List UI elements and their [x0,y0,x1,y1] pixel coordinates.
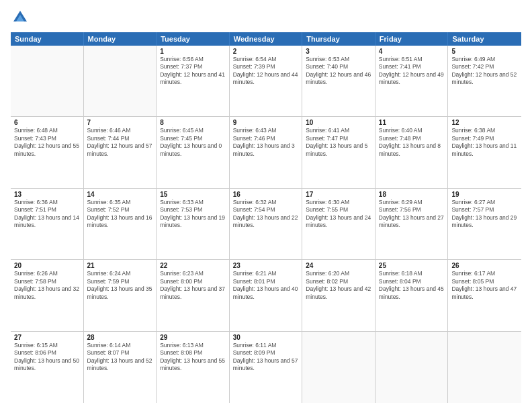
day-number: 20 [14,262,80,269]
day-info: Sunrise: 6:11 AM Sunset: 8:09 PM Dayligh… [233,342,299,373]
calendar-row: 27Sunrise: 6:15 AM Sunset: 8:06 PM Dayli… [11,332,521,403]
day-number: 14 [87,191,153,198]
day-info: Sunrise: 6:21 AM Sunset: 8:01 PM Dayligh… [233,270,299,301]
day-number: 1 [160,48,226,55]
day-info: Sunrise: 6:26 AM Sunset: 7:58 PM Dayligh… [14,270,80,301]
calendar-cell: 20Sunrise: 6:26 AM Sunset: 7:58 PM Dayli… [11,260,84,330]
day-number: 11 [379,119,445,126]
day-info: Sunrise: 6:33 AM Sunset: 7:53 PM Dayligh… [160,199,226,230]
day-info: Sunrise: 6:49 AM Sunset: 7:42 PM Dayligh… [451,56,518,87]
calendar-header-cell: Tuesday [157,32,230,46]
day-info: Sunrise: 6:29 AM Sunset: 7:56 PM Dayligh… [379,199,445,230]
day-info: Sunrise: 6:48 AM Sunset: 7:43 PM Dayligh… [14,127,80,158]
calendar-row: 1Sunrise: 6:56 AM Sunset: 7:37 PM Daylig… [11,46,521,117]
calendar-cell: 22Sunrise: 6:23 AM Sunset: 8:00 PM Dayli… [157,260,230,330]
calendar-cell: 29Sunrise: 6:13 AM Sunset: 8:08 PM Dayli… [157,332,230,403]
calendar: SundayMondayTuesdayWednesdayThursdayFrid… [11,32,521,403]
day-info: Sunrise: 6:32 AM Sunset: 7:54 PM Dayligh… [233,199,299,230]
day-number: 12 [451,119,518,126]
calendar-header-cell: Saturday [448,32,521,46]
day-number: 24 [306,262,371,269]
calendar-cell: 24Sunrise: 6:20 AM Sunset: 8:02 PM Dayli… [302,260,375,330]
day-number: 17 [306,191,371,198]
calendar-cell: 6Sunrise: 6:48 AM Sunset: 7:43 PM Daylig… [11,117,84,187]
day-info: Sunrise: 6:53 AM Sunset: 7:40 PM Dayligh… [306,56,371,87]
day-number: 18 [379,191,445,198]
day-info: Sunrise: 6:17 AM Sunset: 8:05 PM Dayligh… [451,270,518,301]
day-number: 2 [233,48,299,55]
logo [11,8,32,27]
calendar-cell [84,46,157,116]
day-info: Sunrise: 6:14 AM Sunset: 8:07 PM Dayligh… [87,342,153,373]
calendar-cell: 28Sunrise: 6:14 AM Sunset: 8:07 PM Dayli… [84,332,157,403]
day-info: Sunrise: 6:18 AM Sunset: 8:04 PM Dayligh… [379,270,445,301]
logo-icon [11,8,30,27]
calendar-cell [302,332,375,403]
calendar-header-cell: Wednesday [230,32,303,46]
day-info: Sunrise: 6:56 AM Sunset: 7:37 PM Dayligh… [160,56,226,87]
day-number: 19 [451,191,518,198]
calendar-header-cell: Sunday [11,32,84,46]
calendar-cell: 1Sunrise: 6:56 AM Sunset: 7:37 PM Daylig… [157,46,230,116]
calendar-row: 20Sunrise: 6:26 AM Sunset: 7:58 PM Dayli… [11,260,521,331]
day-number: 16 [233,191,299,198]
calendar-cell [448,332,521,403]
day-number: 5 [451,48,518,55]
calendar-cell: 11Sunrise: 6:40 AM Sunset: 7:48 PM Dayli… [375,117,449,187]
calendar-cell: 14Sunrise: 6:35 AM Sunset: 7:52 PM Dayli… [84,189,157,259]
day-number: 22 [160,262,226,269]
calendar-cell: 4Sunrise: 6:51 AM Sunset: 7:41 PM Daylig… [375,46,449,116]
day-info: Sunrise: 6:54 AM Sunset: 7:39 PM Dayligh… [233,56,299,87]
calendar-cell: 9Sunrise: 6:43 AM Sunset: 7:46 PM Daylig… [230,117,303,187]
day-number: 9 [233,119,299,126]
day-number: 10 [306,119,371,126]
calendar-header: SundayMondayTuesdayWednesdayThursdayFrid… [11,32,521,46]
day-info: Sunrise: 6:35 AM Sunset: 7:52 PM Dayligh… [87,199,153,230]
day-number: 30 [233,334,299,341]
day-number: 21 [87,262,153,269]
day-info: Sunrise: 6:38 AM Sunset: 7:49 PM Dayligh… [451,127,518,158]
day-info: Sunrise: 6:24 AM Sunset: 7:59 PM Dayligh… [87,270,153,301]
day-info: Sunrise: 6:13 AM Sunset: 8:08 PM Dayligh… [160,342,226,373]
calendar-cell: 21Sunrise: 6:24 AM Sunset: 7:59 PM Dayli… [84,260,157,330]
calendar-cell: 25Sunrise: 6:18 AM Sunset: 8:04 PM Dayli… [375,260,449,330]
calendar-cell: 18Sunrise: 6:29 AM Sunset: 7:56 PM Dayli… [375,189,449,259]
calendar-cell: 2Sunrise: 6:54 AM Sunset: 7:39 PM Daylig… [230,46,303,116]
day-info: Sunrise: 6:23 AM Sunset: 8:00 PM Dayligh… [160,270,226,301]
calendar-cell: 26Sunrise: 6:17 AM Sunset: 8:05 PM Dayli… [448,260,521,330]
calendar-row: 13Sunrise: 6:36 AM Sunset: 7:51 PM Dayli… [11,189,521,260]
calendar-cell: 7Sunrise: 6:46 AM Sunset: 7:44 PM Daylig… [84,117,157,187]
calendar-cell: 19Sunrise: 6:27 AM Sunset: 7:57 PM Dayli… [448,189,521,259]
day-number: 28 [87,334,153,341]
day-number: 29 [160,334,226,341]
day-info: Sunrise: 6:20 AM Sunset: 8:02 PM Dayligh… [306,270,371,301]
calendar-cell: 10Sunrise: 6:41 AM Sunset: 7:47 PM Dayli… [302,117,375,187]
calendar-cell: 30Sunrise: 6:11 AM Sunset: 8:09 PM Dayli… [230,332,303,403]
calendar-cell: 27Sunrise: 6:15 AM Sunset: 8:06 PM Dayli… [11,332,84,403]
header [11,8,521,27]
calendar-cell [11,46,84,116]
day-number: 13 [14,191,80,198]
calendar-cell: 8Sunrise: 6:45 AM Sunset: 7:45 PM Daylig… [157,117,230,187]
day-number: 7 [87,119,153,126]
day-info: Sunrise: 6:15 AM Sunset: 8:06 PM Dayligh… [14,342,80,373]
day-number: 26 [451,262,518,269]
calendar-cell: 3Sunrise: 6:53 AM Sunset: 7:40 PM Daylig… [302,46,375,116]
day-number: 25 [379,262,445,269]
calendar-cell: 13Sunrise: 6:36 AM Sunset: 7:51 PM Dayli… [11,189,84,259]
day-number: 15 [160,191,226,198]
day-number: 27 [14,334,80,341]
day-info: Sunrise: 6:46 AM Sunset: 7:44 PM Dayligh… [87,127,153,158]
day-number: 6 [14,119,80,126]
day-number: 23 [233,262,299,269]
day-number: 4 [379,48,445,55]
calendar-cell: 16Sunrise: 6:32 AM Sunset: 7:54 PM Dayli… [230,189,303,259]
day-number: 8 [160,119,226,126]
calendar-header-cell: Friday [375,32,449,46]
calendar-header-cell: Thursday [302,32,375,46]
calendar-cell: 5Sunrise: 6:49 AM Sunset: 7:42 PM Daylig… [448,46,521,116]
calendar-cell: 17Sunrise: 6:30 AM Sunset: 7:55 PM Dayli… [302,189,375,259]
day-info: Sunrise: 6:51 AM Sunset: 7:41 PM Dayligh… [379,56,445,87]
calendar-cell [375,332,449,403]
calendar-cell: 15Sunrise: 6:33 AM Sunset: 7:53 PM Dayli… [157,189,230,259]
